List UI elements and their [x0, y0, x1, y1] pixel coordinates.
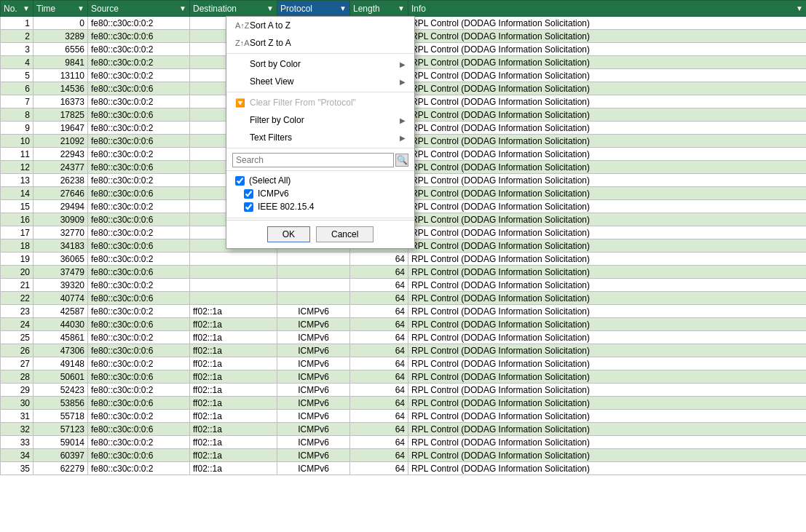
select-all-item[interactable]: (Select All) [226, 174, 414, 187]
table-cell: 64 [350, 357, 408, 370]
col-header-no[interactable]: No. ▼ [1, 1, 33, 17]
table-row[interactable]: 2139320fe80::c30c:0:0:264RPL Control (DO… [1, 279, 807, 292]
table-cell: 64 [350, 253, 408, 266]
table-cell: ICMPv6 [277, 384, 350, 397]
table-cell: 9 [1, 122, 33, 135]
table-cell: 34 [1, 449, 33, 462]
table-cell: 19647 [33, 122, 88, 135]
col-time-sort-icon: ▼ [77, 4, 84, 12]
table-row[interactable]: 2749148fe80::c30c:0:0:2ff02::1aICMPv664R… [1, 357, 807, 370]
icmpv6-item[interactable]: ICMPv6 [226, 187, 414, 200]
table-cell: 50601 [33, 370, 88, 384]
table-cell: fe80::c30c:0:0:6 [88, 292, 190, 305]
table-cell: RPL Control (DODAG Information Solicitat… [408, 200, 807, 213]
table-cell: fe80::c30c:0:0:2 [88, 331, 190, 344]
table-cell: 4 [1, 56, 33, 69]
table-cell: RPL Control (DODAG Information Solicitat… [408, 69, 807, 82]
table-row[interactable]: 2850601fe80::c30c:0:0:6ff02::1aICMPv664R… [1, 370, 807, 384]
table-row[interactable]: 3460397fe80::c30c:0:0:6ff02::1aICMPv664R… [1, 449, 807, 462]
table-cell: ICMPv6 [277, 331, 350, 344]
table-cell: RPL Control (DODAG Information Solicitat… [408, 318, 807, 331]
col-source-label: Source [91, 4, 119, 14]
ok-button[interactable]: OK [267, 226, 310, 242]
table-row[interactable]: 3155718fe80::c30c:0:0:2ff02::1aICMPv664R… [1, 410, 807, 423]
table-cell: RPL Control (DODAG Information Solicitat… [408, 253, 807, 266]
table-cell: ICMPv6 [277, 370, 350, 384]
col-header-source[interactable]: Source ▼ [88, 1, 190, 17]
table-row[interactable]: 2952423fe80::c30c:0:0:2ff02::1aICMPv664R… [1, 384, 807, 397]
table-cell: fe80::c30c:0:0:2 [88, 253, 190, 266]
table-cell: 64 [350, 266, 408, 279]
sort-z-to-a-item[interactable]: Z↑A Sort Z to A [226, 34, 414, 52]
table-row[interactable]: 3359014fe80::c30c:0:0:2ff02::1aICMPv664R… [1, 436, 807, 449]
table-cell: fe80::c30c:0:0:2 [88, 305, 190, 318]
col-no-label: No. [4, 4, 17, 14]
table-cell: 26 [1, 344, 33, 357]
col-source-sort-icon: ▼ [179, 4, 186, 12]
col-header-destination[interactable]: Destination ▼ [190, 1, 277, 17]
filter-dropdown-menu[interactable]: A↑Z Sort A to Z Z↑A Sort Z to A Sort by … [226, 16, 415, 249]
col-header-protocol[interactable]: Protocol ▼ [277, 1, 350, 17]
table-cell: RPL Control (DODAG Information Solicitat… [408, 344, 807, 357]
col-header-info[interactable]: Info ▼ [408, 1, 807, 17]
table-row[interactable]: 2545861fe80::c30c:0:0:2ff02::1aICMPv664R… [1, 331, 807, 344]
sort-by-color-item[interactable]: Sort by Color ▶ [226, 55, 414, 73]
table-row[interactable]: 2342587fe80::c30c:0:0:2ff02::1aICMPv664R… [1, 305, 807, 318]
table-cell: ICMPv6 [277, 436, 350, 449]
table-cell: RPL Control (DODAG Information Solicitat… [408, 279, 807, 292]
table-row[interactable]: 3257123fe80::c30c:0:0:6ff02::1aICMPv664R… [1, 423, 807, 436]
table-row[interactable]: 3562279fe80::c30c:0:0:2ff02::1aICMPv664R… [1, 462, 807, 475]
table-cell: fe80::c30c:0:0:2 [88, 56, 190, 69]
cancel-button[interactable]: Cancel [316, 226, 374, 242]
table-cell: 32 [1, 423, 33, 436]
table-cell: 11 [1, 148, 33, 161]
table-row[interactable]: 2444030fe80::c30c:0:0:6ff02::1aICMPv664R… [1, 318, 807, 331]
col-proto-label: Protocol [280, 4, 312, 14]
clear-filter-item[interactable]: 🔽 Clear Filter From "Protocol" [226, 94, 414, 111]
table-cell: fe80::c30c:0:0:2 [88, 357, 190, 370]
sheet-view-item[interactable]: Sheet View ▶ [226, 73, 414, 90]
col-header-length[interactable]: Length ▼ [350, 1, 408, 17]
table-cell: 60397 [33, 449, 88, 462]
table-cell: 14 [1, 187, 33, 200]
filter-by-color-item[interactable]: Filter by Color ▶ [226, 111, 414, 129]
icmpv6-label: ICMPv6 [258, 188, 289, 199]
select-all-label: (Select All) [249, 175, 291, 186]
table-cell: 64 [350, 384, 408, 397]
table-row[interactable]: 3053856fe80::c30c:0:0:6ff02::1aICMPv664R… [1, 397, 807, 410]
table-row[interactable]: 1936065fe80::c30c:0:0:264RPL Control (DO… [1, 253, 807, 266]
table-cell: 64 [350, 370, 408, 384]
table-cell [190, 292, 277, 305]
table-cell: RPL Control (DODAG Information Solicitat… [408, 239, 807, 253]
search-input[interactable] [232, 153, 394, 167]
table-row[interactable]: 2240774fe80::c30c:0:0:664RPL Control (DO… [1, 292, 807, 305]
table-cell: 3289 [33, 30, 88, 43]
sort-a-to-z-item[interactable]: A↑Z Sort A to Z [226, 17, 414, 34]
table-cell: 26238 [33, 174, 88, 187]
table-cell: 0 [33, 17, 88, 30]
sort-az-icon: A↑Z [235, 21, 250, 30]
table-cell: 52423 [33, 384, 88, 397]
ieee-item[interactable]: IEEE 802.15.4 [226, 200, 414, 213]
table-cell: 27 [1, 357, 33, 370]
select-all-checkbox[interactable] [235, 176, 245, 186]
table-cell [190, 253, 277, 266]
table-cell: RPL Control (DODAG Information Solicitat… [408, 187, 807, 200]
sort-za-icon: Z↑A [235, 39, 250, 47]
table-cell: RPL Control (DODAG Information Solicitat… [408, 30, 807, 43]
col-proto-sort-icon: ▼ [339, 4, 347, 12]
table-cell: 64 [350, 410, 408, 423]
table-cell [190, 279, 277, 292]
table-cell: RPL Control (DODAG Information Solicitat… [408, 266, 807, 279]
ieee-checkbox[interactable] [244, 202, 253, 212]
col-header-time[interactable]: Time ▼ [33, 1, 88, 17]
table-cell: 59014 [33, 436, 88, 449]
search-button[interactable]: 🔍 [395, 154, 408, 167]
table-cell: 64 [350, 279, 408, 292]
icmpv6-checkbox[interactable] [244, 189, 253, 199]
table-cell: RPL Control (DODAG Information Solicitat… [408, 449, 807, 462]
table-row[interactable]: 2647306fe80::c30c:0:0:6ff02::1aICMPv664R… [1, 344, 807, 357]
table-cell: 15 [1, 200, 33, 213]
table-row[interactable]: 2037479fe80::c30c:0:0:664RPL Control (DO… [1, 266, 807, 279]
text-filters-item[interactable]: Text Filters ▶ [226, 129, 414, 146]
